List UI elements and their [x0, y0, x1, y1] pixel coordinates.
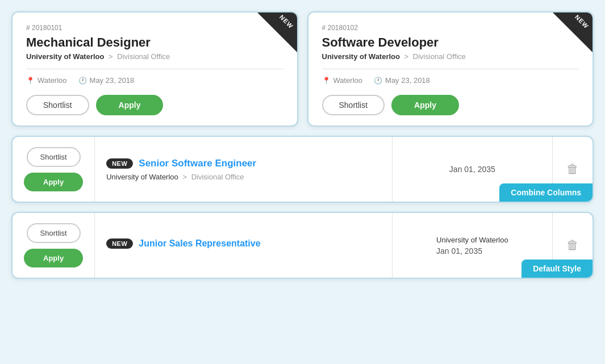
card-org-1: University of Waterloo > Divisional Offi…: [26, 52, 283, 61]
clock-icon-1: [78, 76, 87, 85]
list-row-1: Shortlist Apply NEW Senior Software Engi…: [11, 136, 594, 203]
card-meta-2: Waterloo May 23, 2018: [322, 76, 579, 85]
new-ribbon-text-2: NEW: [574, 14, 590, 30]
list-job-title-1: Senior Software Engineer: [139, 158, 256, 169]
apply-button-row-2[interactable]: Apply: [24, 249, 83, 267]
list-actions-col-2: Shortlist Apply: [12, 213, 95, 278]
apply-button-2[interactable]: Apply: [391, 95, 459, 115]
location-text-2: Waterloo: [333, 76, 363, 85]
list-date-2: Jan 01, 2035: [436, 246, 508, 256]
card-title-2: Software Developer: [322, 35, 579, 50]
apply-button-1[interactable]: Apply: [96, 95, 164, 115]
new-ribbon-2: NEW: [553, 12, 593, 52]
delete-icon-1[interactable]: 🗑: [566, 162, 579, 177]
shortlist-button-row-1[interactable]: Shortlist: [27, 147, 81, 167]
clock-icon-2: [374, 76, 382, 85]
card-number-1: # 20180101: [26, 24, 283, 32]
card-title-1: Mechanical Designer: [26, 35, 283, 50]
date-text-2: May 23, 2018: [385, 76, 430, 85]
date-text-1: May 23, 2018: [90, 76, 135, 85]
org-name-1: University of Waterloo: [26, 52, 104, 61]
new-ribbon-1: NEW: [257, 12, 297, 52]
card-divider-2: [322, 69, 579, 69]
list-separator-1: >: [182, 173, 189, 181]
card-actions-1: Shortlist Apply: [26, 95, 283, 115]
corner-label-2: Default Style: [521, 260, 593, 278]
list-org-name-2: University of Waterloo: [436, 236, 508, 244]
list-date-1: Jan 01, 2035: [449, 165, 495, 174]
list-title-col-2: NEW Junior Sales Representative: [95, 213, 393, 278]
new-badge-1: NEW: [106, 158, 133, 169]
list-row-2: Shortlist Apply NEW Junior Sales Represe…: [11, 212, 594, 279]
date-meta-2: May 23, 2018: [374, 76, 430, 85]
list-job-title-2: Junior Sales Representative: [139, 238, 260, 250]
list-org-1: University of Waterloo > Divisional Offi…: [106, 173, 381, 181]
corner-label-1: Combine Columns: [499, 183, 593, 202]
list-title-col-1: NEW Senior Software Engineer University …: [95, 137, 393, 202]
location-meta-2: Waterloo: [322, 76, 363, 85]
div-name-1: Divisional Office: [117, 52, 170, 61]
card-actions-2: Shortlist Apply: [322, 95, 579, 115]
list-title-top-1: NEW Senior Software Engineer: [106, 158, 381, 169]
list-actions-col-1: Shortlist Apply: [12, 137, 95, 202]
list-div-name-1: Divisional Office: [191, 173, 244, 181]
location-icon-1: [26, 76, 35, 85]
top-cards-row: NEW # 20180101 Mechanical Designer Unive…: [11, 11, 594, 127]
org-name-2: University of Waterloo: [322, 52, 400, 61]
shortlist-button-1[interactable]: Shortlist: [26, 95, 89, 115]
location-text-1: Waterloo: [37, 76, 67, 85]
card-number-2: # 20180102: [322, 24, 579, 32]
apply-button-row-1[interactable]: Apply: [24, 173, 83, 191]
delete-icon-2[interactable]: 🗑: [566, 238, 579, 253]
card-divider-1: [26, 69, 283, 69]
list-org-date-combined: University of Waterloo Jan 01, 2035: [436, 236, 508, 256]
job-card-2: NEW # 20180102 Software Developer Univer…: [307, 11, 594, 127]
date-meta-1: May 23, 2018: [78, 76, 135, 85]
list-org-name-1: University of Waterloo: [106, 173, 178, 181]
new-ribbon-text-1: NEW: [278, 14, 295, 30]
separator-2: >: [404, 52, 409, 61]
separator-1: >: [109, 52, 113, 61]
div-name-2: Divisional Office: [413, 52, 466, 61]
card-meta-1: Waterloo May 23, 2018: [26, 76, 283, 85]
shortlist-button-row-2[interactable]: Shortlist: [27, 223, 81, 243]
location-icon-2: [322, 76, 331, 85]
shortlist-button-2[interactable]: Shortlist: [322, 95, 385, 115]
list-title-top-2: NEW Junior Sales Representative: [106, 238, 381, 250]
card-org-2: University of Waterloo > Divisional Offi…: [322, 52, 579, 61]
new-badge-2: NEW: [106, 239, 133, 249]
location-meta-1: Waterloo: [26, 76, 67, 85]
job-card-1: NEW # 20180101 Mechanical Designer Unive…: [11, 11, 298, 127]
